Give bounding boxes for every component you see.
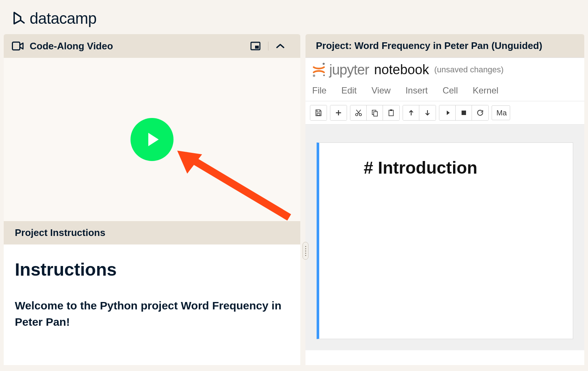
drag-handle[interactable]	[303, 242, 308, 260]
svg-point-6	[323, 75, 325, 76]
paste-icon	[387, 109, 395, 116]
jupyter-logo-icon	[311, 62, 327, 78]
arrow-up-icon	[408, 109, 414, 116]
svg-rect-0	[13, 42, 20, 50]
save-button[interactable]	[310, 105, 327, 120]
jupyter-area: jupyter notebook (unsaved changes) File …	[305, 58, 584, 365]
svg-rect-13	[462, 111, 466, 115]
play-button[interactable]	[131, 118, 174, 161]
jupyter-logo: jupyter	[311, 62, 369, 78]
arrow-down-icon	[425, 109, 430, 116]
cut-button[interactable]	[350, 105, 367, 120]
right-panel: Project: Word Frequency in Peter Pan (Un…	[305, 34, 584, 365]
run-icon	[445, 110, 450, 116]
run-button[interactable]	[439, 105, 456, 120]
annotation-arrow	[171, 147, 300, 229]
menu-edit[interactable]: Edit	[341, 85, 357, 96]
main-layout: Code-Along Video	[0, 34, 588, 365]
menu-file[interactable]: File	[312, 85, 327, 96]
cell-type-label: Ma	[496, 109, 507, 117]
move-up-button[interactable]	[403, 105, 419, 120]
right-header: Project: Word Frequency in Peter Pan (Un…	[305, 34, 584, 58]
save-icon	[315, 109, 322, 116]
svg-point-4	[323, 63, 325, 65]
jupyter-header: jupyter notebook (unsaved changes)	[305, 58, 584, 82]
cut-icon	[355, 109, 362, 116]
svg-line-3	[185, 155, 289, 217]
menu-cell[interactable]: Cell	[443, 85, 458, 96]
notebook-name[interactable]: notebook	[374, 62, 429, 78]
stop-icon	[461, 110, 466, 115]
project-instructions-title: Project Instructions	[15, 227, 105, 238]
project-instructions-header: Project Instructions	[4, 221, 300, 244]
svg-rect-11	[389, 110, 393, 116]
menu-kernel[interactable]: Kernel	[473, 85, 498, 96]
app-header: datacamp	[0, 0, 588, 34]
svg-rect-2	[255, 46, 259, 49]
menu-insert[interactable]: Insert	[406, 85, 428, 96]
svg-rect-12	[390, 109, 392, 111]
play-icon	[148, 133, 159, 146]
cell-heading: # Introduction	[364, 158, 554, 178]
plus-icon	[335, 109, 342, 116]
menubar: File Edit View Insert Cell Kernel	[305, 82, 584, 101]
welcome-text: Welcome to the Python project Word Frequ…	[15, 298, 289, 330]
code-along-header: Code-Along Video	[4, 34, 300, 58]
restart-button[interactable]	[472, 105, 488, 120]
svg-rect-10	[374, 112, 377, 116]
notebook-content: # Introduction	[305, 125, 584, 350]
collapse-button[interactable]	[268, 42, 292, 50]
jupyter-brand: jupyter	[329, 62, 369, 78]
project-title: Project: Word Frequency in Peter Pan (Un…	[316, 40, 542, 51]
datacamp-logo-icon	[11, 11, 27, 26]
chevron-up-icon	[276, 43, 285, 49]
add-cell-button[interactable]	[330, 105, 347, 120]
datacamp-logo: datacamp	[11, 10, 96, 27]
paste-button[interactable]	[383, 105, 399, 120]
code-along-title: Code-Along Video	[30, 40, 113, 52]
toolbar: Ma	[305, 101, 584, 125]
copy-icon	[371, 109, 379, 116]
pip-icon	[250, 42, 261, 50]
video-area	[4, 58, 300, 221]
unsaved-status: (unsaved changes)	[434, 65, 503, 75]
menu-view[interactable]: View	[371, 85, 391, 96]
left-panel: Code-Along Video	[4, 34, 300, 365]
stop-button[interactable]	[456, 105, 472, 120]
copy-button[interactable]	[367, 105, 383, 120]
cell-type-select[interactable]: Ma	[492, 105, 510, 120]
svg-point-5	[313, 75, 315, 77]
instructions-body: Instructions Welcome to the Python proje…	[4, 244, 300, 365]
notebook-cell[interactable]: # Introduction	[317, 142, 573, 339]
video-icon	[12, 41, 24, 51]
instructions-heading: Instructions	[15, 259, 289, 280]
pip-button[interactable]	[243, 40, 268, 52]
move-down-button[interactable]	[419, 105, 436, 120]
restart-icon	[477, 109, 483, 116]
brand-name: datacamp	[30, 10, 96, 27]
